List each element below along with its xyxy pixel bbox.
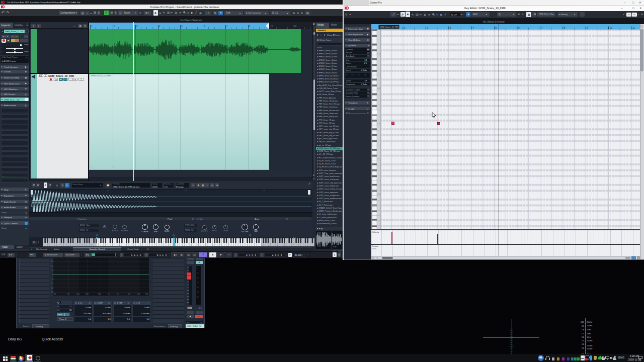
svg-text:C2: C2 (377, 157, 380, 160)
svg-text:7: 7 (541, 26, 542, 29)
svg-text:4: 4 (472, 26, 474, 29)
svg-text:1: 1 (404, 26, 406, 29)
svg-text:GHM_Snare_10_FRK: GHM_Snare_10_FRK (380, 26, 399, 28)
svg-text:3: 3 (449, 26, 451, 29)
svg-text:5: 5 (495, 26, 497, 29)
svg-text:11: 11 (632, 26, 635, 29)
svg-text:C1: C1 (377, 192, 380, 195)
svg-text:9: 9 (587, 26, 588, 29)
svg-text:C3: C3 (377, 122, 380, 125)
svg-text:C5: C5 (377, 52, 380, 54)
svg-text:8: 8 (564, 26, 565, 29)
svg-text:C4: C4 (377, 87, 380, 89)
svg-text:10: 10 (609, 26, 612, 29)
svg-text:2: 2 (427, 26, 428, 29)
svg-text:6: 6 (518, 26, 520, 29)
